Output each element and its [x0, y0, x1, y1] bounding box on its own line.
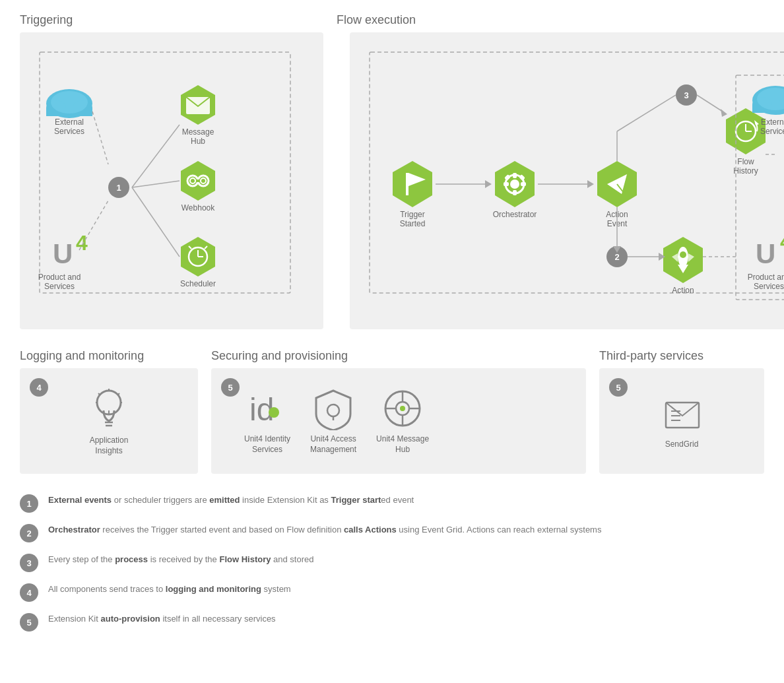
- logging-section-wrapper: Logging and monitoring 4: [20, 349, 198, 474]
- external-services-cloud-right: [752, 86, 784, 115]
- svg-text:History: History: [733, 166, 758, 176]
- triggering-svg: External Services U 4 Product and Servic…: [33, 46, 310, 303]
- legend-badge-4: 4: [20, 583, 38, 602]
- unit4-access-label: Unit4 AccessManagement: [310, 434, 356, 455]
- execution-diagram-section: Trigger Started: [350, 32, 784, 329]
- svg-point-97: [269, 407, 279, 418]
- svg-marker-55: [721, 109, 727, 117]
- svg-point-70: [680, 251, 686, 258]
- svg-text:4: 4: [76, 231, 88, 255]
- sendgrid-item: SendGrid: [661, 393, 703, 450]
- unit4-identity-label: Unit4 IdentityServices: [244, 434, 290, 455]
- svg-text:4: 4: [780, 230, 784, 253]
- svg-text:Product and: Product and: [748, 273, 784, 282]
- sendgrid-icon: [661, 393, 703, 436]
- trigger-started-hex: [393, 161, 432, 207]
- svg-text:1: 1: [116, 183, 121, 193]
- legend-item-3: 3 Every step of the process is received …: [20, 553, 764, 572]
- svg-point-102: [400, 406, 405, 411]
- triggering-title: Triggering: [20, 13, 323, 27]
- svg-rect-0: [40, 52, 290, 293]
- svg-text:Hub: Hub: [191, 137, 205, 146]
- orchestrator-hex: [495, 161, 535, 207]
- thirdparty-section: 5 SendGrid: [599, 368, 764, 474]
- securing-section: 5 id Unit4 IdentityServices: [211, 368, 586, 474]
- application-insights-label: ApplicationInsights: [90, 436, 129, 456]
- thirdparty-title: Third-party services: [599, 349, 764, 363]
- unit4-message-hub-label: Unit4 MessageHub: [376, 434, 429, 455]
- securing-section-wrapper: Securing and provisioning 5 id Unit4 Ide…: [211, 349, 586, 474]
- svg-line-28: [132, 125, 180, 187]
- legend-item-2: 2 Orchestrator receives the Trigger star…: [20, 523, 764, 542]
- webhook-label: Webhook: [181, 203, 215, 212]
- legend-badge-3: 3: [20, 554, 38, 572]
- svg-line-27: [79, 201, 108, 250]
- svg-point-40: [510, 179, 519, 189]
- legend-item-1: 1 External events or scheduler triggers …: [20, 494, 764, 513]
- unit4-message-hub-item: Unit4 MessageHub: [376, 387, 429, 455]
- application-insights-item: ApplicationInsights: [89, 385, 129, 456]
- svg-line-29: [132, 181, 180, 187]
- triggering-section-wrapper: Triggering External: [20, 13, 323, 329]
- svg-text:2: 2: [614, 252, 619, 262]
- logging-badge: 4: [30, 378, 48, 397]
- unit4-identity-item: id Unit4 IdentityServices: [244, 387, 290, 455]
- svg-text:Services: Services: [760, 127, 784, 136]
- legend-text-4: All components send traces to logging an…: [48, 583, 291, 596]
- legend-item-4: 4 All components send traces to logging …: [20, 583, 764, 602]
- legend-section: 1 External events or scheduler triggers …: [20, 494, 764, 632]
- svg-text:Product and: Product and: [38, 273, 81, 282]
- action-label: Action: [672, 286, 694, 295]
- lightbulb-icon: [89, 385, 129, 432]
- scheduler-hex: [181, 237, 215, 276]
- execution-title: Flow execution: [337, 13, 784, 27]
- svg-line-63: [617, 95, 676, 131]
- message-hub-label: Message: [182, 127, 214, 137]
- message-hub-icon: [381, 387, 424, 430]
- thirdparty-badge: 5: [609, 378, 628, 397]
- legend-text-5: Extension Kit auto-provision itself in a…: [48, 612, 276, 626]
- identity-icon: id: [246, 387, 289, 430]
- orchestrator-label: Orchestrator: [493, 210, 537, 219]
- ext-services-label-1: External: [55, 117, 84, 127]
- svg-point-5: [51, 91, 88, 114]
- u4-logo-right: U: [756, 238, 775, 269]
- legend-item-5: 5 Extension Kit auto-provision itself in…: [20, 612, 764, 632]
- svg-text:Services: Services: [54, 127, 84, 136]
- flow-history-label: Flow: [737, 157, 754, 166]
- message-hub-hex: [181, 85, 215, 125]
- u4-logo-triggering: U: [53, 238, 73, 269]
- svg-text:Started: Started: [400, 219, 426, 228]
- shield-icon: [312, 387, 355, 430]
- svg-point-98: [327, 405, 339, 416]
- svg-rect-42: [513, 190, 517, 195]
- main-container: Triggering External: [0, 0, 784, 655]
- scheduler-label: Scheduler: [180, 279, 216, 288]
- sendgrid-label: SendGrid: [665, 439, 699, 450]
- svg-rect-41: [513, 173, 517, 178]
- legend-text-1: External events or scheduler triggers ar…: [48, 494, 414, 507]
- execution-section-wrapper: Flow execution Trigger Started: [337, 13, 784, 329]
- legend-badge-5: 5: [20, 613, 38, 632]
- webhook-hex: [181, 161, 215, 201]
- unit4-access-item: Unit4 AccessManagement: [310, 387, 356, 455]
- svg-text:3: 3: [684, 90, 688, 100]
- bottom-row: Logging and monitoring 4: [20, 349, 764, 474]
- svg-rect-33: [406, 173, 408, 195]
- triggering-diagram-section: External Services U 4 Product and Servic…: [20, 32, 323, 329]
- securing-title: Securing and provisioning: [211, 349, 586, 363]
- execution-svg: Trigger Started: [363, 46, 784, 303]
- logging-section: 4 App: [20, 368, 198, 474]
- svg-line-30: [132, 187, 180, 257]
- legend-text-2: Orchestrator receives the Trigger starte…: [48, 523, 601, 537]
- logging-title: Logging and monitoring: [20, 349, 198, 363]
- legend-text-3: Every step of the process is received by…: [48, 553, 314, 566]
- ext-services-right-label: External: [761, 117, 784, 127]
- trigger-started-label: Trigger: [400, 210, 425, 219]
- legend-badge-2: 2: [20, 524, 38, 542]
- securing-badge: 5: [221, 378, 240, 397]
- svg-marker-37: [485, 180, 492, 188]
- top-row: Triggering External: [20, 13, 764, 329]
- svg-marker-48: [587, 180, 594, 188]
- svg-line-54: [697, 95, 723, 112]
